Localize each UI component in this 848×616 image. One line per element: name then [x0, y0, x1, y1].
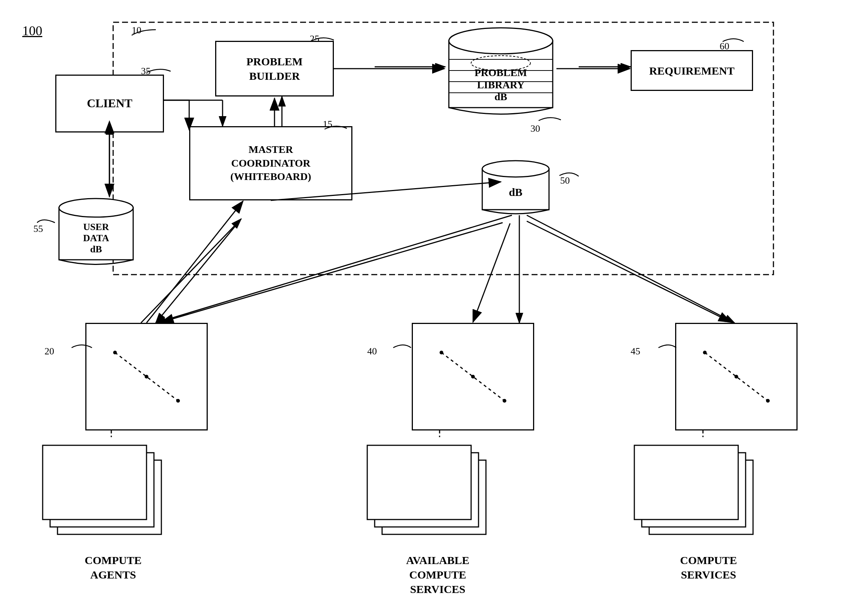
user-data-db: USER DATA dB	[55, 197, 137, 271]
svg-point-40	[440, 351, 443, 355]
svg-point-34	[145, 375, 148, 379]
agent-dots	[85, 323, 208, 430]
svg-point-20	[449, 28, 553, 54]
client-label: CLIENT	[87, 96, 132, 111]
ref-40: 40	[367, 345, 377, 358]
ref-15: 15	[323, 118, 332, 131]
svg-point-48	[734, 375, 738, 379]
db-small: dB	[479, 156, 553, 223]
ref-10: 10	[132, 24, 141, 37]
problem-library-db: PROBLEM LIBRARY dB	[445, 22, 556, 126]
avail-services-dots	[412, 323, 534, 430]
svg-line-61	[527, 221, 731, 322]
ref-45: 45	[631, 345, 640, 358]
svg-line-10	[156, 215, 512, 323]
svg-line-9	[156, 219, 241, 323]
svg-text:dB: dB	[495, 91, 507, 102]
ref-50: 50	[560, 174, 570, 187]
svg-rect-38	[43, 445, 147, 520]
available-compute-services-label: AVAILABLECOMPUTESERVICES	[349, 553, 527, 596]
svg-text:dB: dB	[90, 244, 102, 255]
client-box: CLIENT	[55, 74, 164, 132]
compute-services-label: COMPUTESERVICES	[638, 553, 779, 582]
ref-20: 20	[44, 345, 54, 358]
svg-point-15	[59, 199, 133, 217]
svg-point-30	[482, 161, 549, 177]
diagram: 100 CLIENT 35 USER DATA dB 55 PROBLEMBUI…	[0, 0, 848, 616]
svg-text:dB: dB	[509, 186, 523, 198]
ref-55: 55	[33, 223, 43, 235]
svg-rect-45	[367, 445, 471, 520]
svg-point-42	[503, 399, 506, 403]
svg-text:PROBLEM: PROBLEM	[474, 67, 527, 78]
master-coordinator-box: MASTERCOORDINATOR(WHITEBOARD)	[189, 126, 353, 200]
problem-builder-label: PROBLEMBUILDER	[246, 54, 303, 83]
avail-compute-pages	[360, 438, 516, 545]
compute-services-pages	[627, 438, 783, 545]
master-coordinator-label: MASTERCOORDINATOR(WHITEBOARD)	[230, 143, 311, 183]
svg-line-62	[147, 201, 243, 323]
ref-60: 60	[720, 40, 729, 53]
ref-30: 30	[531, 122, 540, 135]
svg-point-41	[471, 375, 475, 379]
ref-25: 25	[310, 33, 319, 45]
compute-agents-pages	[35, 438, 191, 545]
svg-point-49	[766, 399, 770, 403]
requirement-label: REQUIREMENT	[649, 64, 734, 78]
svg-point-35	[176, 399, 180, 403]
compute-services-dots	[675, 323, 798, 430]
compute-agents-label: COMPUTEAGENTS	[35, 553, 191, 582]
problem-builder-box: PROBLEMBUILDER	[215, 41, 334, 96]
ref-35: 35	[141, 65, 151, 77]
svg-point-33	[113, 351, 117, 355]
svg-text:USER: USER	[83, 221, 109, 232]
svg-line-60	[473, 223, 510, 322]
svg-point-47	[703, 351, 707, 355]
svg-rect-52	[635, 445, 738, 520]
svg-line-12	[527, 215, 734, 323]
svg-text:DATA: DATA	[83, 233, 109, 243]
svg-line-59	[162, 223, 503, 322]
fig-number: 100	[22, 22, 42, 40]
svg-line-13	[141, 219, 241, 323]
svg-text:LIBRARY: LIBRARY	[477, 79, 525, 91]
requirement-box: REQUIREMENT	[631, 50, 753, 91]
